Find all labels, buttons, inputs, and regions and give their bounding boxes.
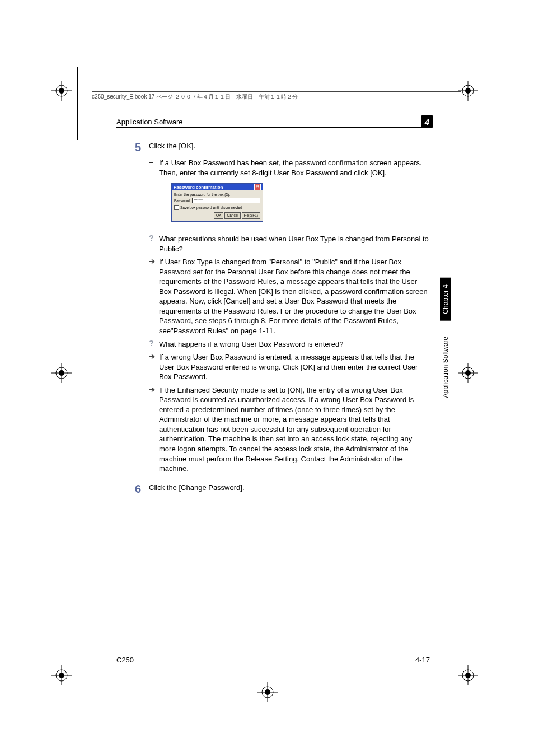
question-icon: ?: [149, 234, 159, 254]
crop-mark-icon: [458, 363, 478, 383]
doc-meta-line: c250_security_E.book 17 ページ ２００７年４月１１日 水…: [92, 91, 461, 101]
ok-button[interactable]: OK: [214, 212, 223, 219]
footer-page: 4-17: [415, 656, 430, 664]
close-icon[interactable]: ×: [254, 184, 261, 190]
help-button[interactable]: Help(F1): [242, 212, 260, 219]
page-footer: C250 4-17: [116, 654, 430, 664]
side-tab-section: Application Software: [440, 330, 451, 404]
crop-mark-icon: [51, 363, 72, 383]
question-icon: ?: [149, 339, 159, 349]
crop-mark-icon: [458, 665, 478, 685]
dialog-prompt: Enter the password for the box (3).: [174, 193, 260, 197]
arrow-icon: ➔: [149, 257, 159, 335]
password-input[interactable]: ********: [192, 198, 260, 203]
password-label: Password:: [174, 199, 191, 203]
dialog-title: Password confirmation: [174, 185, 223, 190]
side-tab-chapter: Chapter 4: [440, 278, 451, 321]
dash-icon: –: [149, 158, 159, 178]
cancel-button[interactable]: Cancel: [224, 212, 240, 219]
checkbox-label: Save box password until disconnected: [180, 206, 242, 209]
answer-text: If the Enhanced Security mode is set to …: [159, 385, 430, 474]
question-text: What precautions should be used when Use…: [159, 234, 430, 254]
step-text: Click the [Change Password].: [149, 483, 430, 495]
crop-mark-icon: [257, 682, 278, 702]
step-number: 6: [116, 483, 149, 495]
step-6: 6 Click the [Change Password].: [116, 483, 430, 495]
arrow-icon: ➔: [149, 385, 159, 474]
question-text: What happens if a wrong User Box Passwor…: [159, 339, 430, 349]
answer-3: ➔ If the Enhanced Security mode is set t…: [149, 385, 430, 474]
question-1: ? What precautions should be used when U…: [149, 234, 430, 254]
step-5: 5 Click the [OK].: [116, 141, 430, 153]
step-sub-text: If a User Box Password has been set, the…: [159, 158, 430, 178]
step-text: Click the [OK].: [149, 141, 430, 153]
checkbox[interactable]: [174, 205, 179, 210]
crop-mark-icon: [51, 81, 72, 101]
side-tabs: Chapter 4 Application Software: [440, 278, 451, 404]
footer-model: C250: [116, 656, 134, 664]
rule-line: [77, 67, 78, 140]
answer-1: ➔ If User Box Type is changed from "Pers…: [149, 257, 430, 335]
question-2: ? What happens if a wrong User Box Passw…: [149, 339, 430, 349]
step-sub: – If a User Box Password has been set, t…: [149, 158, 430, 178]
arrow-icon: ➔: [149, 352, 159, 382]
crop-mark-icon: [51, 665, 72, 685]
section-title: Application Software: [116, 118, 183, 126]
step-number: 5: [116, 141, 149, 153]
answer-text: If User Box Type is changed from "Person…: [159, 257, 430, 335]
answer-text: If a wrong User Box Password is entered,…: [159, 352, 430, 382]
dialog-screenshot: Password confirmation × Enter the passwo…: [171, 183, 263, 222]
section-header: Application Software 4: [116, 118, 430, 128]
chapter-badge: 4: [421, 115, 433, 128]
answer-2: ➔ If a wrong User Box Password is entere…: [149, 352, 430, 382]
